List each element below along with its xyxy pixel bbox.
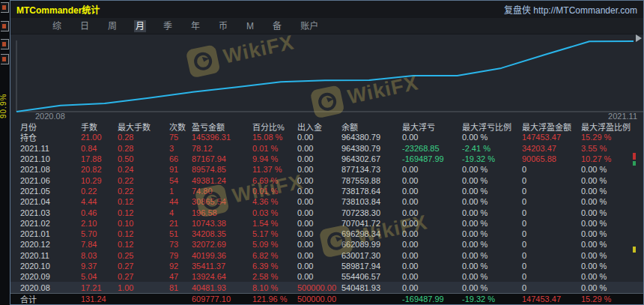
- scroll-right-arrow-icon[interactable]: [636, 34, 642, 42]
- cell-max-floating-loss-pct: 0.00 %: [462, 219, 522, 228]
- menu-item-quarter[interactable]: 季: [162, 20, 174, 32]
- cell-profit: 13924.64: [192, 272, 252, 281]
- cell-percent: 0.01 %: [252, 187, 297, 196]
- table-row[interactable]: 2020.127.840.127332072.695.09 %0.0066208…: [10, 239, 643, 250]
- cell-percent: 6.69 %: [252, 176, 297, 185]
- cell-max-floating-profit: 0: [522, 176, 581, 185]
- cell-lots: 5.04: [81, 272, 118, 281]
- column-header-count: 次数: [169, 121, 192, 133]
- cell-profit: 609777.10: [192, 295, 252, 304]
- row-month-label: 2021.05: [20, 187, 81, 196]
- cell-profit: 35411.37: [192, 262, 252, 271]
- cell-percent: 1.54 %: [252, 219, 297, 228]
- cell-count: 54: [169, 176, 192, 185]
- cell-max-floating-profit-pct: 15.29 %: [581, 295, 643, 304]
- table-row[interactable]: 2020.109.370.279235411.376.39 %0.0058981…: [10, 261, 643, 271]
- table-row[interactable]: 2020.118.030.257940199.366.82 %0.0063001…: [10, 250, 643, 261]
- cell-max-floating-profit-pct: 0.00 %: [581, 262, 643, 271]
- cell-max-floating-loss-pct: 0.00 %: [462, 240, 522, 249]
- cell-max-floating-profit: 0: [522, 197, 581, 206]
- cell-lots: 20.82: [81, 165, 118, 174]
- cell-max-floating-loss-pct: 0.00 %: [462, 262, 522, 271]
- cell-count: 75: [169, 133, 192, 142]
- cell-deposit: 0.00: [297, 176, 341, 185]
- cell-max-floating-profit: 0: [522, 229, 581, 238]
- column-header-max-floating-profit: 最大浮盈金额: [522, 121, 581, 133]
- cell-lots: 5.70: [81, 229, 118, 238]
- background-percent-label: 90.9%: [0, 73, 10, 138]
- cell-max-lots: 0.50: [118, 154, 169, 163]
- cell-profit: 32072.69: [192, 240, 252, 249]
- table-row[interactable]: 2021.030.460.124196.580.03 %0.00707238.3…: [10, 207, 643, 217]
- table-row[interactable]: 持仓21.000.2875145396.3115.08 %0.00964380.…: [10, 132, 643, 142]
- row-month-label: 2021.10: [20, 154, 81, 163]
- row-month-label: 2021.08: [20, 165, 81, 174]
- menu-item-m[interactable]: M: [245, 20, 255, 32]
- table-row[interactable]: 2020.0817.211.008140481.938.10 %500000.0…: [10, 282, 643, 292]
- cell-max-floating-loss-pct: 0.00 %: [462, 133, 522, 142]
- cell-max-floating-profit: 147453.47: [522, 295, 581, 304]
- cell-max-floating-loss-pct: 0.00 %: [462, 283, 522, 292]
- background-toolbar-button[interactable]: [1, 21, 9, 31]
- table-row[interactable]: 2021.1017.880.506687167.949.94 %0.009643…: [10, 154, 643, 164]
- table-row[interactable]: 2021.110.840.28378.120.01 %0.00964380.79…: [10, 143, 643, 154]
- cell-percent: 15.08 %: [252, 133, 297, 142]
- row-month-label: 2021.03: [20, 208, 81, 217]
- background-toolbar-button[interactable]: [1, 39, 9, 49]
- cell-count: 1: [169, 187, 192, 196]
- cell-max-floating-profit: 90065.88: [522, 154, 581, 163]
- cell-profit: 49381.24: [192, 176, 252, 185]
- background-toolbar-button[interactable]: [1, 2, 9, 13]
- cell-percent: 5.17 %: [252, 229, 297, 238]
- cell-count: 51: [169, 229, 192, 238]
- stats-table-header: 月份手数最大手数次数盈亏金额百分比%出入金余额最大浮亏最大浮亏比例最大浮盈金额最…: [10, 121, 643, 132]
- table-row[interactable]: 2021.044.440.124430865.544.36 %0.0073810…: [10, 196, 643, 207]
- cell-lots: 0.22: [81, 187, 118, 196]
- menu-item-currency[interactable]: 币: [217, 20, 229, 32]
- cell-profit: 40199.36: [192, 251, 252, 260]
- cell-max-lots: 0.27: [118, 262, 169, 271]
- table-row[interactable]: 2021.050.220.22174.800.01 %0.00738178.64…: [10, 186, 643, 196]
- cell-max-floating-loss-pct: -19.32 %: [462, 154, 522, 163]
- column-header-deposit: 出入金: [297, 121, 341, 133]
- table-row[interactable]: 2021.022.100.102110743.381.54 %0.0070704…: [10, 218, 643, 229]
- cell-max-floating-loss-pct: 0.00 %: [462, 187, 522, 196]
- cell-max-lots: 0.27: [118, 272, 169, 281]
- table-row[interactable]: 2020.095.040.274713924.642.58 %0.0055440…: [10, 271, 643, 282]
- cell-percent: 5.09 %: [252, 240, 297, 249]
- menu-item-year[interactable]: 年: [189, 20, 201, 32]
- cell-lots: 0.46: [81, 208, 118, 217]
- menu-item-backup[interactable]: 备: [271, 20, 283, 32]
- cell-lots: 4.44: [81, 197, 118, 206]
- cell-max-lots: 0.12: [118, 208, 169, 217]
- row-month-label: 2020.11: [20, 251, 81, 260]
- table-row[interactable]: 2021.0820.820.249189574.8511.37 %0.00877…: [10, 164, 643, 175]
- menu-item-week[interactable]: 周: [106, 20, 118, 32]
- cell-deposit: 0.00: [297, 197, 341, 206]
- cell-deposit: 0.00: [297, 229, 341, 238]
- cell-lots: 17.21: [81, 283, 118, 292]
- cell-count: 79: [169, 251, 192, 260]
- table-row[interactable]: 2021.015.700.125134208.355.17 %0.0069629…: [10, 229, 643, 239]
- cell-max-lots: 0.12: [118, 229, 169, 238]
- table-row[interactable]: 2021.0610.290.225449381.246.69 %0.007875…: [10, 175, 643, 185]
- cell-percent: 4.36 %: [252, 197, 297, 206]
- background-toolbar-button[interactable]: [1, 54, 9, 64]
- menu-item-summary[interactable]: 综: [51, 20, 63, 32]
- cell-balance: 630017.30: [341, 251, 402, 260]
- cell-count: 21: [169, 219, 192, 228]
- cell-lots: 8.03: [81, 251, 118, 260]
- brand-link[interactable]: 复盘侠 http://MTCommander.com: [504, 3, 637, 16]
- cell-lots: 2.10: [81, 219, 118, 228]
- menu-item-account[interactable]: 账户: [299, 20, 320, 32]
- menu-item-day[interactable]: 日: [79, 20, 91, 32]
- cell-max-floating-profit-pct: 0.00 %: [581, 165, 643, 174]
- x-axis-start-label: 2020.08: [35, 112, 65, 121]
- edge-artifact: [633, 247, 636, 253]
- cell-max-lots: 0.28: [118, 133, 169, 142]
- table-total-row[interactable]: 合计131.24609777.10121.96 %500000.00-16948…: [10, 293, 643, 304]
- cell-max-floating-loss-pct: 0.00 %: [462, 208, 522, 217]
- cell-profit: 196.58: [192, 208, 252, 217]
- cell-deposit: 0.00: [297, 251, 341, 260]
- menu-item-month[interactable]: 月: [134, 20, 146, 32]
